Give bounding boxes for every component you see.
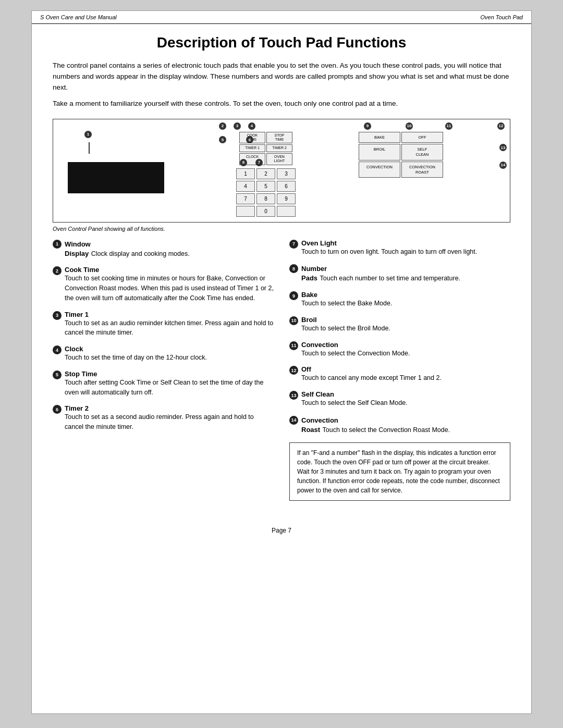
func-item-5: 5 Stop Time Touch after setting Cook Tim… [53,370,274,398]
func-content-8: NumberPads Touch each number to set time… [301,264,510,283]
func-title-9: Bake [301,291,510,299]
convection-btn[interactable]: CONVECTION [359,162,400,178]
func-badge-4: 4 [53,346,62,354]
num-2[interactable]: 2 [256,168,275,179]
func-content-10: Broil Touch to select the Broil Mode. [301,316,510,334]
bake-btn[interactable]: BAKE [359,132,400,143]
num-7[interactable]: 7 [236,193,255,204]
oven-light-btn[interactable]: OVENLIGHT [266,153,292,165]
func-title-10: Broil [301,316,510,324]
badge-9: 9 [364,122,371,130]
panel-left: 1 [58,127,173,193]
broil-btn[interactable]: BROIL [359,144,400,161]
func-badge-2: 2 [53,266,62,275]
badge-14: 14 [499,162,507,169]
func-desc-5: Touch after setting Cook Time or Self Cl… [65,378,274,398]
func-item-3: 3 Timer 1 Touch to set as an audio remin… [53,311,274,338]
num-8[interactable]: 8 [256,193,275,204]
header-right: Oven Touch Pad [480,14,523,20]
badge-12: 12 [497,122,505,130]
content: Description of Touch Pad Functions The c… [32,24,531,516]
timer2-btn[interactable]: TIMER 2 [266,144,292,152]
num-empty-1 [236,206,255,217]
func-desc-1: Clock display and cooking modes. [91,250,190,257]
func-badge-6: 6 [53,405,62,414]
badge-11: 11 [445,122,452,130]
func-desc-3: Touch to set as an audio reminder kitche… [65,318,274,338]
self-clean-btn[interactable]: SELFCLEAN [401,144,443,161]
num-5[interactable]: 5 [256,181,275,192]
func-item-6: 6 Timer 2 Touch to set as a second audio… [53,404,274,432]
badge-8: 8 [240,159,247,166]
diagram-box: 1 2 3 4 COOKTIME STOPTIME 5 [53,119,510,223]
badge-2: 2 [219,122,226,130]
display-screen [68,162,164,193]
func-desc-9: Touch to select the Bake Mode. [301,299,510,309]
badge-10: 10 [406,122,413,130]
func-item-9: 9 Bake Touch to select the Bake Mode. [289,291,510,309]
func-title-11: Convection [301,341,510,349]
func-desc-8: Touch each number to set time and temper… [320,275,461,282]
stop-time-btn[interactable]: STOPTIME [266,132,292,144]
diagram-inner: 1 2 3 4 COOKTIME STOPTIME 5 [58,127,505,217]
func-content-2: Cook Time Touch to set cooking time in m… [65,266,274,303]
func-badge-5: 5 [53,371,62,379]
panel-middle: 2 3 4 COOKTIME STOPTIME 5 6 TIMER 1 TIME… [214,127,318,217]
func-item-2: 2 Cook Time Touch to set cooking time in… [53,266,274,303]
func-title-12: Off [301,365,510,373]
func-title-4: Clock [65,345,274,353]
functions-grid: 1 WindowDisplay Clock display and cookin… [53,239,510,501]
func-badge-3: 3 [53,311,62,320]
func-content-1: WindowDisplay Clock display and cooking … [65,239,274,259]
func-desc-2: Touch to set cooking time in minutes or … [65,274,274,303]
func-item-14: 14 ConvectionRoast Touch to select the C… [289,415,510,435]
func-content-6: Timer 2 Touch to set as a second audio r… [65,404,274,432]
num-4[interactable]: 4 [236,181,255,192]
func-desc-14: Touch to select the Convection Roast Mod… [323,426,450,434]
func-badge-14: 14 [289,416,298,425]
func-badge-1: 1 [53,240,62,249]
func-content-11: Convection Touch to select the Convectio… [301,341,510,359]
func-desc-6: Touch to set as a second audio reminder.… [65,412,274,432]
panel-right: 9 10 11 BAKE OFF 12 BROIL SELFCLEAN 13 C… [359,127,505,179]
func-badge-11: 11 [289,341,298,350]
error-box: If an "F-and a number" flash in the disp… [289,442,510,501]
func-content-13: Self Clean Touch to select the Self Clea… [301,390,510,408]
func-desc-12: Touch to cancel any mode except Timer 1 … [301,373,510,383]
header-left: S Oven Care and Use Manual [40,14,117,20]
func-badge-8: 8 [289,264,298,273]
func-title-1: WindowDisplay [65,240,91,257]
func-badge-10: 10 [289,316,298,325]
header-bar: S Oven Care and Use Manual Oven Touch Pa… [32,11,531,24]
num-1[interactable]: 1 [236,168,255,179]
func-title-13: Self Clean [301,390,510,398]
num-9[interactable]: 9 [277,193,296,204]
func-content-14: ConvectionRoast Touch to select the Conv… [301,415,510,435]
timer1-btn[interactable]: TIMER 1 [239,144,265,152]
func-content-9: Bake Touch to select the Bake Mode. [301,291,510,309]
diagram-caption: Oven Control Panel showing all of functi… [53,226,510,232]
num-6[interactable]: 6 [277,181,296,192]
func-title-6: Timer 2 [65,404,274,412]
func-item-8: 8 NumberPads Touch each number to set ti… [289,264,510,283]
num-0[interactable]: 0 [256,206,275,217]
page-title: Description of Touch Pad Functions [53,34,510,51]
func-badge-7: 7 [289,240,298,249]
num-3[interactable]: 3 [277,168,296,179]
off-btn[interactable]: OFF [401,132,443,143]
func-badge-12: 12 [289,366,298,375]
func-title-7: Oven Light [301,239,510,247]
intro-para-1: The control panel contains a series of e… [53,60,510,93]
func-content-3: Timer 1 Touch to set as an audio reminde… [65,311,274,338]
functions-col-left: 1 WindowDisplay Clock display and cookin… [53,239,274,501]
convection-roast-btn[interactable]: CONVECTIONROAST [401,162,443,178]
badge-1: 1 [84,131,92,138]
num-empty-2 [277,206,296,217]
badge-7: 7 [255,159,263,166]
numpad: 1 2 3 4 5 6 7 8 9 0 [214,168,318,217]
func-content-4: Clock Touch to set the time of day on th… [65,345,274,363]
page-number: Page 7 [272,527,291,534]
func-item-1: 1 WindowDisplay Clock display and cookin… [53,239,274,259]
func-item-13: 13 Self Clean Touch to select the Self C… [289,390,510,408]
func-item-10: 10 Broil Touch to select the Broil Mode. [289,316,510,334]
